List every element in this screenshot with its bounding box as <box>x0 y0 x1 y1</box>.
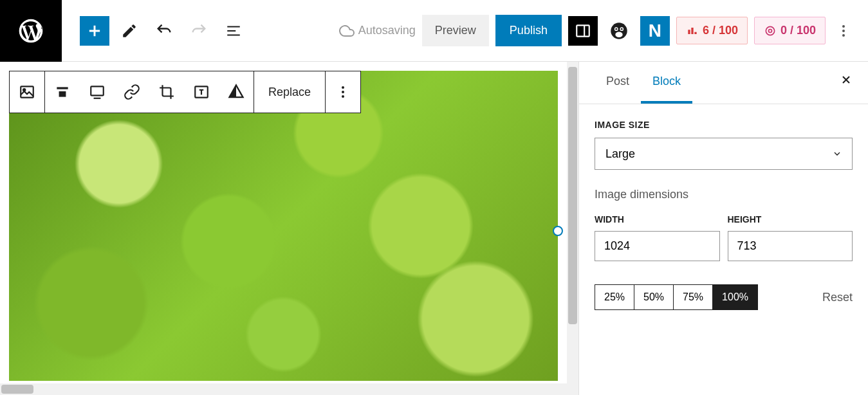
publish-button[interactable]: Publish <box>495 15 562 46</box>
horizontal-scrollbar[interactable] <box>0 383 567 395</box>
image-block[interactable] <box>9 71 558 381</box>
svg-point-11 <box>842 34 845 37</box>
svg-point-5 <box>621 28 623 30</box>
svg-point-6 <box>615 32 622 37</box>
pct-25-button[interactable]: 25% <box>595 285 634 309</box>
add-block-button[interactable] <box>80 16 109 46</box>
percentage-button-group: 25% 50% 75% 100% <box>595 284 758 310</box>
redo-button[interactable] <box>184 16 214 46</box>
svg-rect-15 <box>59 91 66 97</box>
svg-point-19 <box>342 91 344 93</box>
svg-rect-14 <box>57 87 68 89</box>
edit-mode-button[interactable] <box>115 16 144 46</box>
height-label: HEIGHT <box>728 214 853 225</box>
block-toolbar: Replace <box>9 71 361 113</box>
image-size-label: IMAGE SIZE <box>595 120 853 130</box>
autosave-status: Autosaving <box>339 23 416 39</box>
width-label: WIDTH <box>595 214 720 225</box>
wordpress-logo[interactable] <box>0 0 62 62</box>
height-input[interactable] <box>728 231 853 261</box>
more-options-button[interactable] <box>832 23 855 39</box>
svg-rect-0 <box>577 25 589 36</box>
text-overlay-button[interactable] <box>184 71 219 113</box>
svg-point-20 <box>342 95 344 98</box>
replace-button[interactable]: Replace <box>254 71 325 113</box>
image-dimensions-label: Image dimensions <box>595 188 853 201</box>
duotone-button[interactable] <box>219 71 254 113</box>
block-more-button[interactable] <box>326 71 360 113</box>
plugin-n-icon[interactable]: N <box>640 16 670 46</box>
svg-rect-16 <box>91 86 104 95</box>
readability-score-badge[interactable]: 0 / 100 <box>754 17 826 44</box>
block-type-icon[interactable] <box>10 71 44 113</box>
editor-canvas[interactable]: Replace <box>0 62 578 395</box>
align-button[interactable] <box>45 71 80 113</box>
image-size-select[interactable]: Large <box>595 138 853 170</box>
tab-post[interactable]: Post <box>595 62 641 104</box>
seo-score-value: 6 / 100 <box>703 24 738 37</box>
link-button[interactable] <box>115 71 149 113</box>
pct-50-button[interactable]: 50% <box>634 285 674 309</box>
seo-score-badge[interactable]: 6 / 100 <box>676 17 748 44</box>
pct-100-button[interactable]: 100% <box>713 285 757 309</box>
settings-sidebar-toggle[interactable] <box>568 16 598 46</box>
close-sidebar-button[interactable] <box>840 73 853 86</box>
document-outline-button[interactable] <box>219 16 248 46</box>
svg-point-10 <box>842 30 845 32</box>
reset-button[interactable]: Reset <box>822 291 853 304</box>
apples-image[interactable] <box>9 71 558 381</box>
resize-handle[interactable] <box>553 226 563 236</box>
autosave-label: Autosaving <box>358 24 416 37</box>
svg-point-9 <box>842 25 845 28</box>
preview-button[interactable]: Preview <box>422 15 489 46</box>
caption-button[interactable] <box>80 71 115 113</box>
crop-button[interactable] <box>149 71 184 113</box>
svg-point-18 <box>342 86 344 89</box>
svg-point-7 <box>766 26 774 35</box>
plugin-monkey-icon[interactable] <box>604 16 634 46</box>
readability-score-value: 0 / 100 <box>780 24 816 37</box>
svg-point-4 <box>615 28 617 30</box>
width-input[interactable] <box>595 231 720 261</box>
pct-75-button[interactable]: 75% <box>674 285 713 309</box>
settings-sidebar: Post Block IMAGE SIZE Large Image dimens… <box>578 62 868 395</box>
svg-point-8 <box>768 29 771 32</box>
tab-block[interactable]: Block <box>641 62 692 104</box>
vertical-scrollbar[interactable] <box>567 62 578 395</box>
undo-button[interactable] <box>149 16 179 46</box>
